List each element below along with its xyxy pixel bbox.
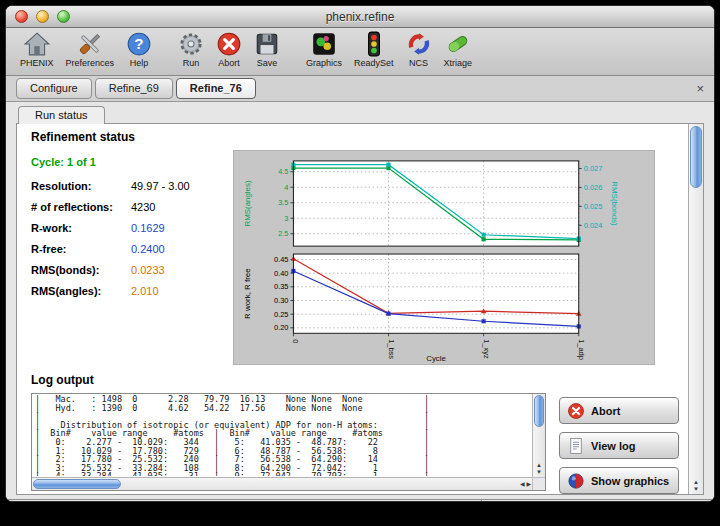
show-graphics-button[interactable]: Show graphics bbox=[559, 467, 679, 494]
toolbar-button-readyset[interactable]: ReadySet bbox=[348, 30, 400, 68]
zoom-window-button[interactable] bbox=[57, 10, 70, 23]
stat-row: RMS(angles):2.010 bbox=[31, 285, 221, 297]
stat-label: R-work: bbox=[31, 222, 131, 234]
svg-text:0.026: 0.026 bbox=[584, 183, 603, 192]
scrollbar-thumb[interactable] bbox=[690, 126, 702, 188]
toolbar-label: Xtriage bbox=[444, 58, 473, 68]
toolbar-label: ReadySet bbox=[354, 58, 394, 68]
stat-label: RMS(angles): bbox=[31, 285, 131, 297]
viewlog-icon bbox=[567, 437, 585, 455]
svg-text:0: 0 bbox=[291, 339, 300, 343]
toolbar-button-phenix[interactable]: PHENIX bbox=[14, 30, 60, 68]
stat-value: 2.010 bbox=[131, 285, 159, 297]
svg-text:0.025: 0.025 bbox=[584, 202, 603, 211]
tab-bar: ConfigureRefine_69Refine_76 × bbox=[6, 76, 714, 102]
button-label: Show graphics bbox=[591, 475, 669, 487]
panel-vertical-scrollbar[interactable]: ▲▼ bbox=[688, 124, 703, 494]
scroll-up-icon[interactable]: ▲ bbox=[536, 462, 542, 468]
svg-text:Cycle: Cycle bbox=[426, 354, 446, 363]
tab-run-status[interactable]: Run status bbox=[18, 106, 105, 124]
sphere-icon bbox=[567, 472, 585, 490]
abort-icon bbox=[567, 402, 585, 420]
log-output-box[interactable]: | Mac. : 1498 0 2.28 79.79 16.13 None No… bbox=[31, 393, 546, 491]
toolbar-button-save[interactable]: Save bbox=[248, 30, 286, 68]
toolbar: PHENIXPreferences?HelpRunAbortSaveGraphi… bbox=[6, 28, 714, 76]
svg-text:0.40: 0.40 bbox=[274, 269, 288, 278]
toolbar-label: PHENIX bbox=[20, 58, 54, 68]
status-divider bbox=[481, 500, 482, 502]
svg-text:0.024: 0.024 bbox=[584, 221, 603, 230]
tab-configure[interactable]: Configure bbox=[16, 78, 92, 99]
close-tab-icon[interactable]: × bbox=[696, 82, 704, 95]
toolbar-button-run[interactable]: Run bbox=[172, 30, 210, 68]
toolbar-button-xtriage[interactable]: Xtriage bbox=[438, 30, 479, 68]
svg-text:4.5: 4.5 bbox=[278, 167, 288, 176]
phenix-refine-window: phenix.refine PHENIXPreferences?HelpRunA… bbox=[5, 5, 715, 502]
log-section: | Mac. : 1498 0 2.28 79.79 16.13 None No… bbox=[31, 393, 688, 494]
readyset-icon bbox=[361, 31, 387, 57]
close-window-button[interactable] bbox=[15, 10, 28, 23]
svg-text:4: 4 bbox=[284, 183, 288, 192]
stat-value: 0.0233 bbox=[131, 264, 165, 276]
toolbar-label: Run bbox=[183, 58, 200, 68]
status-bar: Running 1 job... Project: rnase-s bbox=[6, 499, 714, 502]
toolbar-button-graphics[interactable]: Graphics bbox=[300, 30, 348, 68]
log-output-heading: Log output bbox=[31, 373, 688, 387]
svg-text:1_xyz: 1_xyz bbox=[482, 339, 491, 359]
svg-text:0.45: 0.45 bbox=[274, 255, 288, 264]
log-horizontal-scrollbar[interactable]: ◀ ▶ bbox=[32, 477, 532, 490]
window-title: phenix.refine bbox=[326, 10, 395, 24]
scrollbar-thumb[interactable] bbox=[534, 395, 544, 427]
svg-text:0.027: 0.027 bbox=[584, 164, 603, 173]
panel-body: Refinement status Cycle: 1 of 1 Resoluti… bbox=[17, 124, 688, 494]
stat-row: Resolution:49.97 - 3.00 bbox=[31, 180, 221, 192]
toolbar-button-help[interactable]: ?Help bbox=[120, 30, 158, 68]
save-icon bbox=[254, 31, 280, 57]
minimize-window-button[interactable] bbox=[36, 10, 49, 23]
stat-value: 0.1629 bbox=[131, 222, 165, 234]
action-buttons: AbortView logShow graphics bbox=[559, 393, 679, 494]
stat-rows: Resolution:49.97 - 3.00# of reflections:… bbox=[31, 180, 221, 297]
stat-value: 0.2400 bbox=[131, 243, 165, 255]
svg-text:0.20: 0.20 bbox=[274, 323, 288, 332]
preferences-icon bbox=[77, 31, 103, 57]
titlebar[interactable]: phenix.refine bbox=[6, 6, 714, 28]
tab-refine_76[interactable]: Refine_76 bbox=[176, 78, 256, 99]
run-icon bbox=[178, 31, 204, 57]
run-status-panel: Refinement status Cycle: 1 of 1 Resoluti… bbox=[16, 123, 704, 495]
scrollbar-thumb[interactable] bbox=[33, 479, 121, 489]
graphics-icon bbox=[311, 31, 337, 57]
scroll-down-icon[interactable]: ▼ bbox=[693, 486, 699, 492]
log-text: | Mac. : 1498 0 2.28 79.79 16.13 None No… bbox=[35, 395, 531, 476]
svg-text:0.35: 0.35 bbox=[274, 282, 288, 291]
xtriage-icon bbox=[445, 31, 471, 57]
scroll-right-icon[interactable]: ▶ bbox=[526, 481, 531, 487]
svg-text:R work, R free: R work, R free bbox=[243, 268, 252, 319]
scroll-down-icon[interactable]: ▼ bbox=[536, 469, 542, 475]
view-log-button[interactable]: View log bbox=[559, 432, 679, 459]
stat-value: 4230 bbox=[131, 201, 155, 213]
toolbar-button-abort[interactable]: Abort bbox=[210, 30, 248, 68]
traffic-lights bbox=[15, 10, 70, 23]
toolbar-button-ncs[interactable]: NCS bbox=[400, 30, 438, 68]
tab-refine_69[interactable]: Refine_69 bbox=[95, 78, 173, 99]
stat-row: RMS(bonds):0.0233 bbox=[31, 264, 221, 276]
abort-button[interactable]: Abort bbox=[559, 397, 679, 424]
toolbar-label: Save bbox=[257, 58, 278, 68]
button-label: View log bbox=[591, 440, 635, 452]
stat-value: 49.97 - 3.00 bbox=[131, 180, 190, 192]
svg-text:1_adp: 1_adp bbox=[577, 339, 586, 360]
scroll-up-icon[interactable]: ▲ bbox=[693, 479, 699, 485]
button-label: Abort bbox=[591, 405, 620, 417]
svg-text:2.5: 2.5 bbox=[278, 229, 288, 238]
toolbar-label: Graphics bbox=[306, 58, 342, 68]
phenix-icon bbox=[24, 31, 50, 57]
stat-label: RMS(bonds): bbox=[31, 264, 131, 276]
svg-text:3.5: 3.5 bbox=[278, 198, 288, 207]
toolbar-button-preferences[interactable]: Preferences bbox=[60, 30, 121, 68]
scroll-left-icon[interactable]: ◀ bbox=[520, 481, 525, 487]
log-vertical-scrollbar[interactable]: ▲▼ bbox=[532, 394, 545, 477]
svg-text:?: ? bbox=[134, 35, 143, 52]
svg-text:0.30: 0.30 bbox=[274, 296, 288, 305]
stat-label: Resolution: bbox=[31, 180, 131, 192]
